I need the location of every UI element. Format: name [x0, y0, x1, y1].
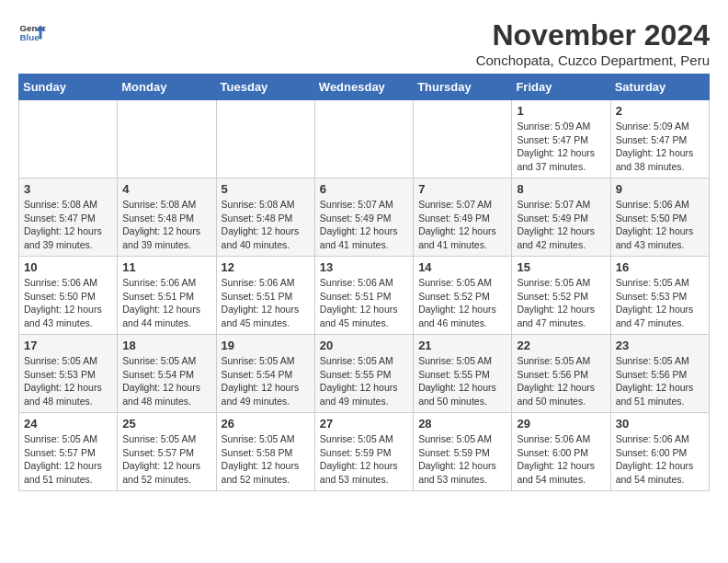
day-cell: 3Sunrise: 5:08 AM Sunset: 5:47 PM Daylig… — [19, 178, 118, 257]
calendar: SundayMondayTuesdayWednesdayThursdayFrid… — [18, 74, 710, 491]
day-cell: 11Sunrise: 5:06 AM Sunset: 5:51 PM Dayli… — [118, 257, 216, 335]
day-number: 5 — [222, 182, 310, 196]
day-cell: 27Sunrise: 5:05 AM Sunset: 5:59 PM Dayli… — [314, 413, 413, 491]
day-info: Sunrise: 5:05 AM Sunset: 5:53 PM Dayligh… — [24, 354, 112, 408]
day-cell: 22Sunrise: 5:05 AM Sunset: 5:56 PM Dayli… — [512, 335, 610, 413]
subtitle: Conchopata, Cuzco Department, Peru — [476, 52, 710, 68]
day-number: 23 — [616, 339, 704, 352]
day-number: 4 — [122, 182, 210, 196]
day-number: 1 — [517, 104, 605, 118]
title-area: November 2024 Conchopata, Cuzco Departme… — [476, 18, 710, 68]
day-cell: 14Sunrise: 5:05 AM Sunset: 5:52 PM Dayli… — [414, 257, 512, 335]
day-cell: 17Sunrise: 5:05 AM Sunset: 5:53 PM Dayli… — [19, 335, 118, 413]
day-cell: 13Sunrise: 5:06 AM Sunset: 5:51 PM Dayli… — [314, 257, 413, 335]
day-info: Sunrise: 5:09 AM Sunset: 5:47 PM Dayligh… — [517, 120, 605, 174]
day-info: Sunrise: 5:06 AM Sunset: 5:51 PM Dayligh… — [320, 276, 408, 330]
day-number: 20 — [320, 339, 408, 352]
day-cell: 20Sunrise: 5:05 AM Sunset: 5:55 PM Dayli… — [314, 335, 413, 413]
day-info: Sunrise: 5:05 AM Sunset: 5:54 PM Dayligh… — [122, 354, 210, 408]
day-cell: 26Sunrise: 5:05 AM Sunset: 5:58 PM Dayli… — [216, 413, 314, 491]
day-info: Sunrise: 5:08 AM Sunset: 5:48 PM Dayligh… — [222, 198, 310, 252]
day-number: 13 — [320, 260, 408, 274]
day-info: Sunrise: 5:06 AM Sunset: 5:51 PM Dayligh… — [222, 276, 310, 330]
weekday-header-sunday: Sunday — [19, 75, 118, 100]
day-info: Sunrise: 5:05 AM Sunset: 5:52 PM Dayligh… — [418, 276, 506, 330]
day-info: Sunrise: 5:05 AM Sunset: 5:59 PM Dayligh… — [418, 432, 506, 487]
day-cell — [414, 100, 512, 178]
day-cell: 21Sunrise: 5:05 AM Sunset: 5:55 PM Dayli… — [414, 335, 512, 413]
day-cell — [19, 100, 118, 178]
weekday-header-friday: Friday — [512, 75, 610, 100]
weekday-header-thursday: Thursday — [414, 75, 512, 100]
day-cell: 18Sunrise: 5:05 AM Sunset: 5:54 PM Dayli… — [118, 335, 216, 413]
day-number: 7 — [418, 182, 506, 196]
day-cell — [118, 100, 216, 178]
day-number: 14 — [418, 260, 506, 274]
day-info: Sunrise: 5:05 AM Sunset: 5:54 PM Dayligh… — [222, 354, 310, 408]
day-number: 26 — [222, 417, 310, 431]
header: General Blue November 2024 Conchopata, C… — [18, 18, 710, 68]
day-number: 21 — [418, 339, 506, 352]
day-info: Sunrise: 5:07 AM Sunset: 5:49 PM Dayligh… — [320, 198, 408, 252]
logo-icon: General Blue — [18, 18, 46, 46]
day-info: Sunrise: 5:08 AM Sunset: 5:47 PM Dayligh… — [24, 198, 112, 252]
logo: General Blue — [18, 18, 46, 46]
day-cell: 19Sunrise: 5:05 AM Sunset: 5:54 PM Dayli… — [216, 335, 314, 413]
day-info: Sunrise: 5:05 AM Sunset: 5:57 PM Dayligh… — [24, 432, 112, 487]
day-info: Sunrise: 5:07 AM Sunset: 5:49 PM Dayligh… — [418, 198, 506, 252]
day-info: Sunrise: 5:05 AM Sunset: 5:58 PM Dayligh… — [222, 432, 310, 487]
day-cell: 2Sunrise: 5:09 AM Sunset: 5:47 PM Daylig… — [610, 100, 709, 178]
day-cell: 4Sunrise: 5:08 AM Sunset: 5:48 PM Daylig… — [118, 178, 216, 257]
day-cell — [314, 100, 413, 178]
day-info: Sunrise: 5:05 AM Sunset: 5:53 PM Dayligh… — [616, 276, 704, 330]
day-number: 25 — [122, 417, 210, 431]
day-info: Sunrise: 5:06 AM Sunset: 6:00 PM Dayligh… — [517, 432, 605, 487]
weekday-header-row: SundayMondayTuesdayWednesdayThursdayFrid… — [19, 75, 710, 100]
day-number: 19 — [222, 339, 310, 352]
day-info: Sunrise: 5:05 AM Sunset: 5:59 PM Dayligh… — [320, 432, 408, 487]
day-cell: 24Sunrise: 5:05 AM Sunset: 5:57 PM Dayli… — [19, 413, 118, 491]
day-info: Sunrise: 5:05 AM Sunset: 5:56 PM Dayligh… — [517, 354, 605, 408]
day-info: Sunrise: 5:09 AM Sunset: 5:47 PM Dayligh… — [616, 120, 704, 174]
day-cell: 5Sunrise: 5:08 AM Sunset: 5:48 PM Daylig… — [216, 178, 314, 257]
day-number: 12 — [222, 260, 310, 274]
day-cell: 10Sunrise: 5:06 AM Sunset: 5:50 PM Dayli… — [19, 257, 118, 335]
day-info: Sunrise: 5:06 AM Sunset: 5:50 PM Dayligh… — [24, 276, 112, 330]
day-number: 17 — [24, 339, 112, 352]
day-cell: 6Sunrise: 5:07 AM Sunset: 5:49 PM Daylig… — [314, 178, 413, 257]
day-number: 2 — [616, 104, 704, 118]
week-row-2: 3Sunrise: 5:08 AM Sunset: 5:47 PM Daylig… — [19, 178, 710, 257]
day-cell: 25Sunrise: 5:05 AM Sunset: 5:57 PM Dayli… — [118, 413, 216, 491]
main-title: November 2024 — [476, 18, 710, 52]
day-cell: 29Sunrise: 5:06 AM Sunset: 6:00 PM Dayli… — [512, 413, 610, 491]
day-cell: 28Sunrise: 5:05 AM Sunset: 5:59 PM Dayli… — [414, 413, 512, 491]
day-number: 10 — [24, 260, 112, 274]
week-row-3: 10Sunrise: 5:06 AM Sunset: 5:50 PM Dayli… — [19, 257, 710, 335]
day-number: 9 — [616, 182, 704, 196]
day-info: Sunrise: 5:08 AM Sunset: 5:48 PM Dayligh… — [122, 198, 210, 252]
day-info: Sunrise: 5:06 AM Sunset: 6:00 PM Dayligh… — [616, 432, 704, 487]
day-number: 27 — [320, 417, 408, 431]
day-cell: 12Sunrise: 5:06 AM Sunset: 5:51 PM Dayli… — [216, 257, 314, 335]
week-row-1: 1Sunrise: 5:09 AM Sunset: 5:47 PM Daylig… — [19, 100, 710, 178]
day-number: 30 — [616, 417, 704, 431]
day-cell: 1Sunrise: 5:09 AM Sunset: 5:47 PM Daylig… — [512, 100, 610, 178]
svg-text:Blue: Blue — [20, 32, 40, 42]
day-number: 11 — [122, 260, 210, 274]
day-number: 16 — [616, 260, 704, 274]
weekday-header-tuesday: Tuesday — [216, 75, 314, 100]
day-number: 3 — [24, 182, 112, 196]
day-cell: 23Sunrise: 5:05 AM Sunset: 5:56 PM Dayli… — [610, 335, 709, 413]
day-cell — [216, 100, 314, 178]
day-info: Sunrise: 5:06 AM Sunset: 5:51 PM Dayligh… — [122, 276, 210, 330]
day-cell: 30Sunrise: 5:06 AM Sunset: 6:00 PM Dayli… — [610, 413, 709, 491]
day-number: 24 — [24, 417, 112, 431]
day-number: 28 — [418, 417, 506, 431]
weekday-header-wednesday: Wednesday — [314, 75, 413, 100]
week-row-5: 24Sunrise: 5:05 AM Sunset: 5:57 PM Dayli… — [19, 413, 710, 491]
day-info: Sunrise: 5:05 AM Sunset: 5:57 PM Dayligh… — [122, 432, 210, 487]
week-row-4: 17Sunrise: 5:05 AM Sunset: 5:53 PM Dayli… — [19, 335, 710, 413]
day-cell: 16Sunrise: 5:05 AM Sunset: 5:53 PM Dayli… — [610, 257, 709, 335]
day-number: 15 — [517, 260, 605, 274]
day-cell: 9Sunrise: 5:06 AM Sunset: 5:50 PM Daylig… — [610, 178, 709, 257]
